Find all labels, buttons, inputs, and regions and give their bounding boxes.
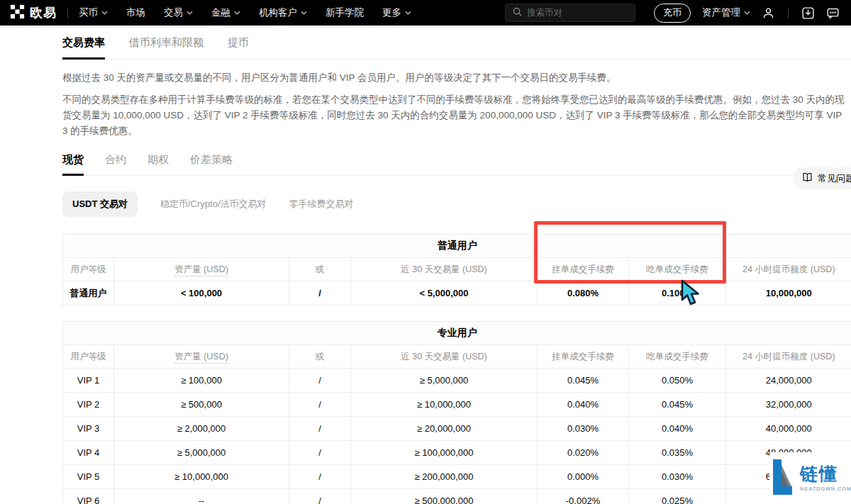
cell-user-level: VIP 6 bbox=[63, 489, 114, 504]
cell-maker-fee: 0.080% bbox=[538, 281, 629, 306]
main-menu: 买币 市场 交易 金融 机构客户 新手学院 更多 bbox=[79, 6, 411, 19]
cell-user-level: VIP 5 bbox=[63, 465, 114, 489]
cell-assets: ≥ 100,000 bbox=[114, 369, 289, 393]
nav-divider bbox=[788, 8, 789, 18]
search-input[interactable] bbox=[527, 8, 612, 18]
menu-buy-crypto[interactable]: 买币 bbox=[79, 6, 108, 19]
cell-volume: ≥ 500,000,000 bbox=[351, 489, 538, 504]
intro-text: 根据过去 30 天的资产量或交易量的不同，用户区分为普通用户和 VIP 会员用户… bbox=[62, 70, 851, 138]
deposit-button[interactable]: 充币 bbox=[654, 4, 691, 23]
table-row: 普通用户 < 100,000 / < 5,000,000 0.080% 0.10… bbox=[63, 281, 851, 306]
cell-or: / bbox=[289, 393, 351, 417]
nav-right-cluster: 充币 资产管理 bbox=[654, 4, 840, 23]
cell-maker-fee: 0.030% bbox=[538, 417, 629, 441]
regular-users-title: 普通用户 bbox=[63, 235, 851, 258]
cell-volume: ≥ 5,000,000 bbox=[351, 369, 538, 393]
cell-or: / bbox=[289, 281, 351, 306]
tab-spot[interactable]: 现货 bbox=[62, 153, 84, 175]
col-withdrawal-limit: 24 小时提币额度 (USD) bbox=[726, 258, 851, 281]
intro-paragraph-2: 不同的交易类型存在多种用于计算手续费等级的标准，若您在某个交易类型中达到了不同的… bbox=[62, 92, 850, 139]
cell-assets: < 100,000 bbox=[114, 281, 289, 306]
cell-volume: ≥ 200,000,000 bbox=[351, 465, 538, 489]
menu-finance[interactable]: 金融 bbox=[211, 6, 240, 19]
cell-withdrawal-limit: 40,000,000 bbox=[726, 417, 851, 441]
table-row-vip1: VIP 1 ≥ 100,000 / ≥ 5,000,000 0.045% 0.0… bbox=[63, 369, 851, 393]
watermark: 链懂 NEATDOWN.COM bbox=[769, 452, 851, 504]
faq-button-label: 常见问题 bbox=[818, 172, 851, 185]
menu-institutional[interactable]: 机构客户 bbox=[259, 6, 307, 19]
cell-user-level: 普通用户 bbox=[63, 281, 114, 306]
tab-withdrawal[interactable]: 提币 bbox=[228, 36, 249, 59]
watermark-logo-icon bbox=[772, 459, 796, 498]
column-header-row: 用户等级 资产量 (USD) 或 近 30 天交易量 (USD) 挂单成交手续费… bbox=[63, 345, 851, 369]
cell-assets: -- bbox=[114, 489, 289, 504]
tab-trading-fees[interactable]: 交易费率 bbox=[62, 36, 105, 59]
col-user-level: 用户等级 bbox=[63, 345, 114, 369]
cell-taker-fee: 0.100% bbox=[629, 281, 726, 306]
filter-zero-fee-pairs[interactable]: 零手续费交易对 bbox=[289, 198, 354, 211]
cell-assets: ≥ 2,000,000 bbox=[114, 417, 289, 441]
col-or: 或 bbox=[289, 258, 351, 281]
profile-icon[interactable] bbox=[762, 6, 775, 20]
okx-logo[interactable]: 欧易 bbox=[10, 4, 57, 22]
menu-trade[interactable]: 交易 bbox=[164, 6, 193, 19]
cell-taker-fee: 0.040% bbox=[629, 417, 726, 441]
cell-assets: ≥ 10,000,000 bbox=[114, 465, 289, 489]
support-chat-icon[interactable] bbox=[826, 6, 840, 20]
market-type-tabs: 现货 合约 期权 价差策略 bbox=[62, 153, 851, 176]
col-assets: 资产量 (USD) bbox=[114, 258, 289, 281]
cell-or: / bbox=[289, 369, 351, 393]
page-content: 交易费率 借币利率和限额 提币 根据过去 30 天的资产量或交易量的不同，用户区… bbox=[0, 26, 851, 504]
cell-assets: ≥ 500,000 bbox=[114, 393, 289, 417]
intro-paragraph-1: 根据过去 30 天的资产量或交易量的不同，用户区分为普通用户和 VIP 会员用户… bbox=[62, 70, 850, 86]
cell-taker-fee: 0.030% bbox=[629, 465, 726, 489]
cell-maker-fee: 0.045% bbox=[538, 369, 629, 393]
col-taker-fee: 吃单成交手续费 bbox=[629, 345, 726, 369]
col-taker-fee: 吃单成交手续费 bbox=[629, 258, 726, 281]
download-app-icon[interactable] bbox=[801, 6, 815, 20]
tab-spread[interactable]: 价差策略 bbox=[190, 153, 233, 175]
table-row-vip4: VIP 4 ≥ 5,000,000 / ≥ 100,000,000 0.020%… bbox=[63, 441, 851, 465]
tab-borrow-rates[interactable]: 借币利率和限额 bbox=[129, 36, 204, 59]
cell-or: / bbox=[289, 417, 351, 441]
search-bar[interactable] bbox=[505, 4, 635, 22]
cell-volume: ≥ 20,000,000 bbox=[351, 417, 538, 441]
watermark-domain: NEATDOWN.COM bbox=[800, 486, 851, 492]
brand-name: 欧易 bbox=[30, 4, 57, 21]
cell-user-level: VIP 3 bbox=[63, 417, 114, 441]
pro-users-title-row: 专业用户 bbox=[63, 322, 851, 345]
cell-volume: ≥ 100,000,000 bbox=[351, 441, 538, 465]
menu-academy[interactable]: 新手学院 bbox=[326, 6, 364, 19]
cell-or: / bbox=[289, 465, 351, 489]
tab-futures[interactable]: 合约 bbox=[105, 153, 126, 175]
assets-tooltip-label[interactable]: 资产量 (USD) bbox=[174, 352, 228, 364]
filter-usdt-pairs[interactable]: USDT 交易对 bbox=[62, 191, 138, 217]
cell-or: / bbox=[289, 489, 351, 504]
col-30d-volume: 近 30 天交易量 (USD) bbox=[351, 258, 538, 281]
col-user-level: 用户等级 bbox=[63, 258, 114, 281]
assets-tooltip-label[interactable]: 资产量 (USD) bbox=[174, 264, 228, 276]
tab-options[interactable]: 期权 bbox=[148, 153, 169, 175]
cell-volume: < 5,000,000 bbox=[351, 281, 538, 306]
nav-divider bbox=[67, 8, 68, 18]
table-row-vip5: VIP 5 ≥ 10,000,000 / ≥ 200,000,000 0.000… bbox=[63, 465, 851, 489]
regular-users-table: 普通用户 用户等级 资产量 (USD) 或 近 30 天交易量 (USD) 挂单… bbox=[62, 234, 851, 306]
filter-stable-crypto-fiat-pairs[interactable]: 稳定币/Crypto/法币交易对 bbox=[160, 198, 267, 211]
menu-more[interactable]: 更多 bbox=[382, 6, 411, 19]
cell-user-level: VIP 1 bbox=[63, 369, 114, 393]
col-maker-fee: 挂单成交手续费 bbox=[538, 258, 629, 281]
cell-user-level: VIP 4 bbox=[63, 441, 114, 465]
cell-user-level: VIP 2 bbox=[63, 393, 114, 417]
pair-filter-row: USDT 交易对 稳定币/Crypto/法币交易对 零手续费交易对 bbox=[62, 191, 851, 217]
cell-withdrawal-limit: 24,000,000 bbox=[726, 369, 851, 393]
table-row-vip6: VIP 6 -- / ≥ 500,000,000 -0.002% 0.025% bbox=[63, 489, 851, 504]
cell-taker-fee: 0.035% bbox=[629, 441, 726, 465]
cell-maker-fee: 0.040% bbox=[538, 393, 629, 417]
menu-markets[interactable]: 市场 bbox=[126, 6, 145, 19]
col-maker-fee: 挂单成交手续费 bbox=[538, 345, 629, 369]
cell-or: / bbox=[289, 441, 351, 465]
faq-button[interactable]: 常见问题 bbox=[793, 167, 851, 189]
assets-menu[interactable]: 资产管理 bbox=[702, 6, 750, 19]
table-row-vip2: VIP 2 ≥ 500,000 / ≥ 10,000,000 0.040% 0.… bbox=[63, 393, 851, 417]
col-or: 或 bbox=[289, 345, 351, 369]
